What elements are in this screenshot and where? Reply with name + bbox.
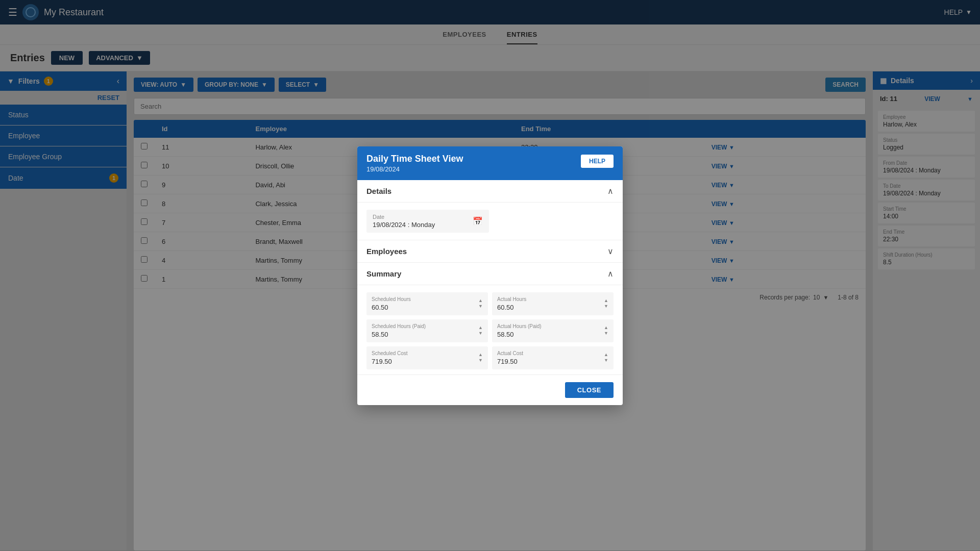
summary-field-label: Scheduled Hours	[372, 296, 411, 302]
modal-summary-chevron-icon: ∧	[607, 269, 614, 279]
summary-field: Scheduled Hours (Paid) 58.50 ▲ ▼	[366, 319, 488, 342]
modal-employees-chevron-icon: ∨	[607, 246, 614, 256]
summary-field-label: Scheduled Hours (Paid)	[372, 323, 426, 329]
modal-date-label: Date	[373, 214, 435, 220]
summary-field-value: 719.50	[497, 358, 523, 365]
summary-field-stepper[interactable]: ▲ ▼	[478, 325, 483, 336]
summary-field: Actual Hours (Paid) 58.50 ▲ ▼	[492, 319, 614, 342]
modal-date: 19/08/2024	[366, 165, 463, 173]
modal-details-label: Details	[366, 187, 391, 195]
summary-field-stepper[interactable]: ▲ ▼	[604, 325, 608, 336]
modal-details-chevron-icon: ∧	[607, 186, 614, 196]
modal-header: Daily Time Sheet View 19/08/2024 HELP	[357, 146, 623, 180]
stepper-up-icon[interactable]: ▲	[478, 325, 483, 330]
daily-timesheet-modal: Daily Time Sheet View 19/08/2024 HELP De…	[357, 146, 623, 405]
stepper-down-icon[interactable]: ▼	[604, 304, 608, 309]
modal-date-value: 19/08/2024 : Monday	[373, 221, 435, 229]
stepper-up-icon[interactable]: ▲	[604, 325, 608, 330]
stepper-up-icon[interactable]: ▲	[478, 353, 483, 357]
close-button[interactable]: CLOSE	[565, 382, 614, 398]
modal-details-content: Date 19/08/2024 : Monday 📅	[357, 203, 623, 240]
summary-field: Actual Cost 719.50 ▲ ▼	[492, 346, 614, 369]
stepper-up-icon[interactable]: ▲	[604, 353, 608, 357]
modal-summary-section-header[interactable]: Summary ∧	[357, 263, 623, 285]
modal-employees-label: Employees	[366, 247, 407, 256]
summary-field: Actual Hours 60.50 ▲ ▼	[492, 292, 614, 315]
modal-date-field: Date 19/08/2024 : Monday 📅	[366, 210, 489, 233]
stepper-up-icon[interactable]: ▲	[478, 298, 483, 303]
modal-employees-section-header[interactable]: Employees ∨	[357, 240, 623, 263]
summary-field: Scheduled Cost 719.50 ▲ ▼	[366, 346, 488, 369]
summary-field-stepper[interactable]: ▲ ▼	[604, 298, 608, 309]
summary-field-label: Actual Cost	[497, 350, 523, 356]
summary-field-stepper[interactable]: ▲ ▼	[478, 353, 483, 363]
summary-field-value: 58.50	[372, 331, 426, 338]
stepper-down-icon[interactable]: ▼	[478, 331, 483, 336]
summary-field-stepper[interactable]: ▲ ▼	[478, 298, 483, 309]
summary-field-value: 58.50	[497, 331, 542, 338]
summary-field-stepper[interactable]: ▲ ▼	[604, 353, 608, 363]
stepper-up-icon[interactable]: ▲	[604, 298, 608, 303]
modal-details-section-header[interactable]: Details ∧	[357, 180, 623, 203]
summary-field-value: 60.50	[372, 304, 411, 311]
stepper-down-icon[interactable]: ▼	[478, 304, 483, 309]
stepper-down-icon[interactable]: ▼	[604, 331, 608, 336]
calendar-icon[interactable]: 📅	[473, 216, 483, 226]
modal-overlay[interactable]: Daily Time Sheet View 19/08/2024 HELP De…	[0, 0, 980, 551]
modal-body: Details ∧ Date 19/08/2024 : Monday 📅 Emp…	[357, 180, 623, 374]
summary-grid: Scheduled Hours 60.50 ▲ ▼ Actual Hours 6…	[366, 292, 614, 369]
modal-title: Daily Time Sheet View	[366, 154, 463, 164]
modal-summary-content: Scheduled Hours 60.50 ▲ ▼ Actual Hours 6…	[357, 285, 623, 374]
modal-summary-label: Summary	[366, 269, 401, 278]
modal-header-text: Daily Time Sheet View 19/08/2024	[366, 154, 463, 173]
summary-field-value: 60.50	[497, 304, 526, 311]
summary-field-label: Scheduled Cost	[372, 350, 408, 356]
modal-help-button[interactable]: HELP	[581, 155, 614, 168]
summary-field-label: Actual Hours (Paid)	[497, 323, 542, 329]
summary-field-label: Actual Hours	[497, 296, 526, 302]
stepper-down-icon[interactable]: ▼	[604, 358, 608, 363]
modal-footer: CLOSE	[357, 374, 623, 405]
summary-field: Scheduled Hours 60.50 ▲ ▼	[366, 292, 488, 315]
stepper-down-icon[interactable]: ▼	[478, 358, 483, 363]
summary-field-value: 719.50	[372, 358, 408, 365]
